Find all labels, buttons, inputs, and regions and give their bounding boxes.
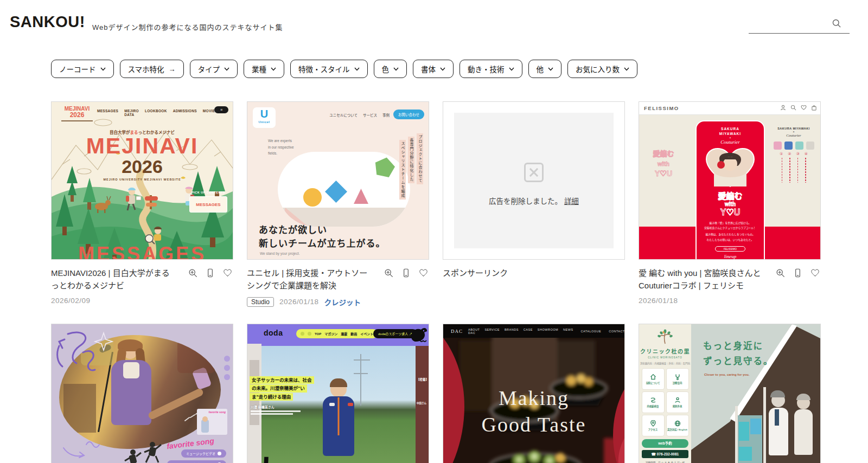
unicel-logo: UUnicel	[253, 107, 276, 128]
card-caption: MEJINAVI2026 | 目白大学がまるっとわかるメジナビ 2026/02/…	[51, 267, 233, 305]
filter-industry[interactable]: 業種	[244, 60, 284, 78]
heart-icon[interactable]	[223, 268, 232, 278]
sponsor-label: スポンサーリンク	[443, 267, 625, 279]
doda-next-card: 【密着】 中田さん	[416, 346, 429, 463]
ad-box: 広告を削除しました。 詳細	[454, 113, 614, 248]
card-title[interactable]: MEJINAVI2026 | 目白大学がまるっとわかるメジナビ	[51, 267, 176, 292]
heart-icon[interactable]	[810, 268, 820, 278]
doda-headline: 女子サッカーの未来は、社会 の未来。川澄奈穂美が“い ま”走り続ける理由	[250, 376, 314, 401]
mejinavi-title: MEJINAVI	[52, 133, 233, 159]
mejinavi-nav: MESSAGES MEJIRO DATA LOOKBOOK ADMISSIONS…	[97, 109, 206, 117]
search-icon[interactable]	[832, 18, 842, 29]
music-video-button[interactable]: ミュージックビデオ	[181, 449, 226, 458]
card-felissimo: FELISSIMO 愛編む with Y♡U SAKURAMIYAWAKI × …	[639, 101, 821, 298]
filter-motion[interactable]: 動き・技術	[459, 60, 522, 78]
filter-type[interactable]: タイプ	[190, 60, 238, 78]
mobile-icon[interactable]	[206, 268, 215, 278]
thumbnail-felissimo[interactable]: FELISSIMO 愛編む with Y♡U SAKURAMIYAWAKI × …	[639, 101, 821, 260]
thumbnail-clinic[interactable]: もっと身近に ずっと見守る。 Closer to you, caring for…	[639, 324, 821, 463]
tile-english[interactable]: 英語対応 / English	[666, 415, 689, 436]
unicel-subline: We stand by your project.	[260, 252, 300, 255]
card-date: 2026/01/18	[279, 298, 319, 306]
mobile-icon[interactable]	[401, 268, 411, 278]
clinic-tagline-en: Closer to you, caring for you.	[704, 373, 749, 376]
clinic-sidebar: クリニック杜の里 CLINIC MORINOSATO 消化器内科｜内視鏡検査｜外…	[639, 324, 691, 463]
chevron-down-icon	[271, 67, 276, 71]
phone-button[interactable]: ☎ 076-232-0081	[642, 450, 688, 458]
web-reserve-button[interactable]: web予約	[642, 439, 688, 448]
mejinavi-tagline: MEJIRO UNIVERSITY MEJINAVI WEBSITE	[52, 178, 233, 181]
card-dac: DAC ABOUT DAC SERVICE BRANDS CASE SHOWRO…	[443, 324, 625, 463]
tile-about[interactable]: 当院について	[642, 368, 665, 390]
filter-font[interactable]: 書体	[413, 60, 454, 78]
clinic-name: クリニック杜の里	[639, 347, 691, 355]
heart-icon[interactable]	[419, 268, 428, 278]
felissimo-topbar: FELISSIMO	[639, 102, 820, 115]
card-sponsor: 広告を削除しました。 詳細 スポンサーリンク	[443, 101, 625, 298]
filter-nocode[interactable]: ノーコード	[51, 60, 114, 78]
tile-fever[interactable]: 発熱外来	[666, 391, 689, 413]
zoom-icon[interactable]	[188, 268, 197, 278]
zoom-icon[interactable]	[384, 268, 393, 278]
card-title[interactable]: ユニセル | 採用支援・アウトソーシングで企業課題を解決	[247, 267, 372, 292]
filter-bar: ノーコード スマホ特化→ タイプ 業種 特徴・スタイル 色 書体 動き・技術 他…	[51, 60, 637, 78]
unicel-vtext-1: プロジェクトに合わせて	[417, 133, 423, 184]
unicel-vtext-2: 各専門分野に特化した	[408, 137, 414, 183]
chevron-down-icon	[440, 67, 445, 71]
thumbnail-doda[interactable]: doda TOP マガジン 連載 動画 イベント dodaのスポーツ求人 ↗	[247, 324, 429, 463]
chevron-down-icon	[509, 67, 514, 71]
clinic-departments: 消化器内科｜内視鏡検査｜外科｜内科｜肛門科	[639, 362, 691, 365]
doda-big-character: 人	[248, 446, 284, 463]
tile-endoscopy[interactable]: 内視鏡検査	[642, 391, 665, 413]
doda-person-name: 川澄 奈穂美さん	[251, 404, 301, 415]
nav-icon[interactable]	[301, 332, 304, 336]
mejinavi-messages-word: MESSAGES	[52, 243, 233, 260]
ad-details-link[interactable]: 詳細	[564, 197, 579, 205]
removed-image-icon	[524, 163, 544, 182]
pickup-box: MESSAGES	[189, 196, 227, 213]
felissimo-side-copy: 愛編む with Y♡U	[646, 149, 681, 179]
tile-access[interactable]: アクセス	[642, 415, 665, 436]
card-caption: 愛 編む with you | 宮脇咲良さんとCouturierコラボ | フェ…	[639, 267, 821, 305]
filter-style[interactable]: 特徴・スタイル	[290, 60, 368, 78]
menu-button[interactable]: ≡	[214, 106, 228, 113]
site-tagline: Webデザイン制作の参考になる国内のステキなサイト集	[92, 22, 283, 32]
mobile-icon[interactable]	[793, 268, 802, 278]
zoom-icon[interactable]	[776, 268, 785, 278]
thumbnail-music[interactable]: favorite song favorite song ミュージックビデオ スト…	[51, 324, 233, 463]
search-icon	[790, 105, 796, 111]
thumbnail-dac[interactable]: DAC ABOUT DAC SERVICE BRANDS CASE SHOWRO…	[443, 324, 625, 463]
filter-other[interactable]: 他	[528, 60, 562, 78]
clinic-tree-logo	[657, 329, 673, 345]
filter-smartphone[interactable]: スマホ特化→	[120, 60, 184, 78]
heart-photo	[702, 146, 758, 189]
credit-link[interactable]: クレジット	[324, 297, 361, 307]
tile-services[interactable]: 診療案内	[666, 368, 689, 390]
ad-removed-message: 広告を削除しました。	[489, 197, 562, 205]
dac-brand: DAC	[451, 329, 463, 334]
contact-button[interactable]: お問い合わせ	[393, 110, 424, 119]
streaming-button[interactable]: ストリーミング ダウンロード	[167, 460, 226, 463]
filter-color[interactable]: 色	[374, 60, 407, 78]
clinic-name-en: CLINIC MORINOSATO	[639, 356, 691, 359]
studio-badge[interactable]: Studio	[247, 297, 274, 307]
thumbnail-mejinavi[interactable]: MEJINAVI 2026 MESSAGES MEJIRO DATA LOOKB…	[51, 101, 233, 260]
site-logo[interactable]: SANKOU!	[10, 13, 85, 31]
card-clinic: もっと身近に ずっと見守る。 Closer to you, caring for…	[639, 324, 821, 463]
thumbnail-unicel[interactable]: UUnicel ユニセルについて サービス 事例 お問い合わせ We are e…	[247, 101, 429, 260]
felissimo-phone-mockup: SAKURAMIYAWAKI × Couturier 愛編む with Y♡U …	[695, 120, 765, 260]
mejinavi-logo: MEJINAVI 2026	[57, 106, 97, 121]
music-side-buttons[interactable]	[224, 356, 230, 380]
felissimo-logo: FELISSIMO	[644, 105, 679, 111]
filter-favorites[interactable]: お気に入り数	[567, 60, 637, 78]
card-title[interactable]: 愛 編む with you | 宮脇咲良さんとCouturierコラボ | フェ…	[639, 267, 763, 292]
unicel-nav: ユニセルについて サービス 事例	[329, 112, 390, 118]
chevron-down-icon	[354, 67, 360, 71]
card-date: 2026/02/09	[51, 297, 91, 305]
unicel-headline-1: あなたが欲しい	[259, 222, 327, 236]
nav-icon[interactable]	[308, 332, 311, 336]
search-input[interactable]	[749, 16, 834, 33]
dac-logo-icon	[446, 329, 450, 332]
user-icon	[780, 105, 786, 111]
chevron-down-icon	[624, 67, 629, 71]
